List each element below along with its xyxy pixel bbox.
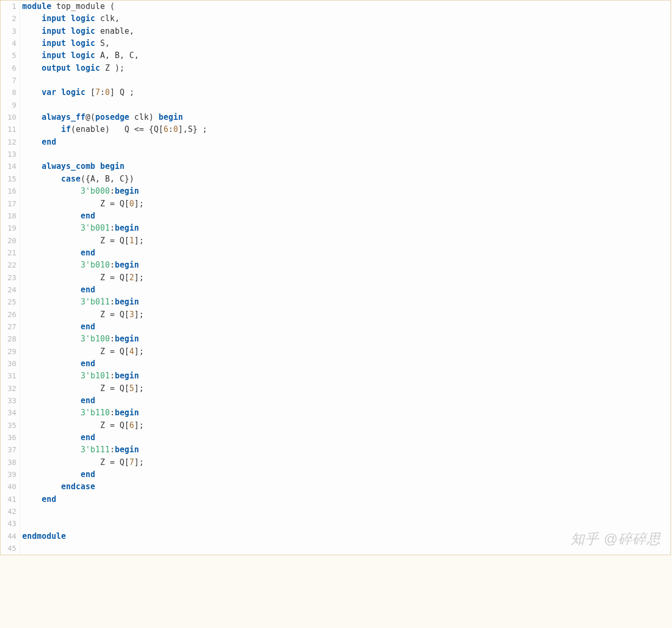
code-content	[20, 543, 22, 555]
token-plain	[22, 260, 81, 270]
token-type: logic	[71, 14, 95, 23]
code-content	[20, 74, 22, 87]
token-kw: end	[81, 470, 96, 479]
code-line: 30 end	[1, 358, 670, 370]
code-line: 31 3'b101:begin	[1, 370, 670, 382]
token-num: 3'b110	[81, 408, 110, 417]
token-plain	[22, 297, 81, 307]
line-number: 15	[1, 173, 20, 185]
code-line: 8 var logic [7:0] Q ;	[1, 87, 670, 99]
token-idx: 2	[129, 273, 134, 282]
code-line: 20 Z = Q[1];	[1, 235, 670, 247]
token-plain: :	[168, 125, 173, 134]
token-num: 3'b111	[81, 445, 110, 454]
code-line: 43	[1, 518, 670, 530]
code-content: endmodule	[20, 530, 66, 543]
line-number: 37	[1, 444, 20, 456]
code-line: 34 3'b110:begin	[1, 407, 670, 419]
code-line: 4 input logic S,	[1, 37, 670, 50]
code-line: 35 Z = Q[6];	[1, 420, 670, 432]
token-kw: begin	[115, 445, 139, 454]
token-kw: begin	[115, 334, 139, 344]
code-line: 11 if(enable) Q <= {Q[6:0],S} ;	[1, 123, 670, 136]
code-content	[20, 99, 22, 111]
code-content: 3'b101:begin	[20, 370, 139, 382]
token-type: logic	[71, 51, 95, 60]
code-content: var logic [7:0] Q ;	[20, 87, 134, 99]
line-number: 25	[1, 296, 20, 308]
token-num: 3'b000	[81, 186, 110, 196]
token-plain	[22, 161, 42, 171]
token-plain	[22, 223, 81, 233]
token-idx: 5	[129, 384, 134, 393]
code-content: Z = Q[3];	[20, 309, 144, 321]
line-number: 28	[1, 333, 20, 345]
code-block: 知乎 @碎碎思 1module top_module (2 input logi…	[0, 0, 671, 555]
line-number: 34	[1, 407, 20, 419]
token-plain: clk)	[129, 112, 158, 122]
token-plain	[71, 63, 75, 73]
code-content: endcase	[20, 481, 95, 493]
code-line: 21 end	[1, 247, 670, 259]
token-num: 3'b001	[81, 223, 110, 233]
line-number: 19	[1, 222, 20, 234]
token-kw: begin	[115, 408, 139, 417]
code-line: 45	[1, 543, 670, 555]
token-plain	[56, 88, 61, 97]
token-plain	[22, 174, 61, 184]
code-line: 39 end	[1, 469, 670, 481]
token-kw: begin	[100, 161, 125, 171]
line-number: 42	[1, 506, 20, 518]
code-line: 26 Z = Q[3];	[1, 309, 670, 321]
code-content: 3'b111:begin	[20, 444, 139, 456]
token-plain	[22, 248, 81, 258]
token-plain: A, B, C,	[95, 51, 139, 60]
token-plain: ];	[134, 199, 144, 208]
token-plain	[22, 211, 81, 221]
line-number: 24	[1, 284, 20, 296]
token-kw: begin	[115, 371, 139, 380]
code-line: 6 output logic Z );	[1, 62, 670, 74]
line-number: 9	[1, 99, 20, 111]
line-number: 29	[1, 346, 20, 358]
token-plain: Z = Q[	[22, 384, 129, 393]
token-kw: begin	[115, 260, 139, 270]
token-kw: end	[42, 137, 56, 147]
token-plain: Z = Q[	[22, 347, 129, 356]
token-plain: ];	[134, 273, 144, 282]
line-number: 41	[1, 493, 20, 506]
code-content: Z = Q[4];	[20, 346, 144, 358]
token-type: logic	[76, 63, 100, 73]
token-plain	[22, 285, 81, 294]
code-content: Z = Q[0];	[20, 198, 144, 210]
token-num: 3'b101	[81, 371, 110, 380]
code-content	[20, 506, 22, 518]
token-plain	[22, 112, 42, 122]
token-kw: end	[81, 211, 96, 221]
line-number: 2	[1, 13, 20, 25]
code-line: 12 end	[1, 136, 670, 148]
token-kw: input	[42, 39, 66, 48]
token-idx: 7	[96, 88, 100, 97]
token-kw: input	[42, 51, 66, 60]
token-kw: end	[81, 322, 96, 331]
token-kw: begin	[159, 112, 183, 122]
token-plain: ];	[134, 236, 144, 245]
code-line: 33 end	[1, 395, 670, 407]
token-plain	[22, 408, 81, 417]
token-plain: Z );	[100, 63, 125, 73]
code-line: 44endmodule	[1, 530, 670, 543]
line-number: 6	[1, 62, 20, 74]
token-plain: ];	[134, 458, 144, 467]
line-number: 31	[1, 370, 20, 382]
code-content: Z = Q[1];	[20, 235, 144, 247]
code-content: end	[20, 136, 56, 148]
token-kw: end	[81, 396, 96, 405]
token-idx: 0	[105, 88, 110, 97]
line-number: 20	[1, 235, 20, 247]
token-plain	[22, 63, 42, 73]
token-idx: 6	[129, 421, 134, 430]
token-plain: [	[86, 88, 95, 97]
code-line: 37 3'b111:begin	[1, 444, 670, 456]
token-plain	[22, 51, 42, 60]
